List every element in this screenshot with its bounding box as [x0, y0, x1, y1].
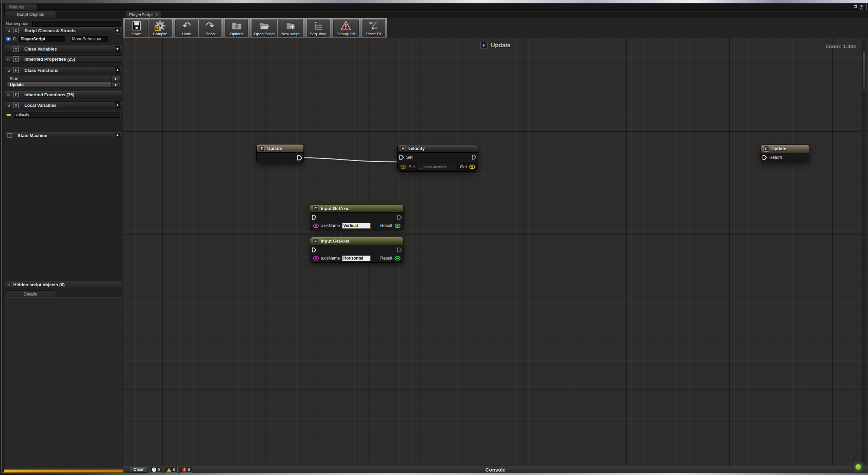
debug-button[interactable]: Debug: Off: [333, 19, 359, 37]
exec-output-pin[interactable]: [397, 215, 402, 220]
vector3-input-pin[interactable]: [400, 165, 407, 169]
options-button[interactable]: Options: [225, 19, 248, 37]
add-function-button[interactable]: +: [115, 68, 120, 73]
tab-script-objects[interactable]: Script Objects: [5, 11, 56, 18]
editor-window: Nottorus × ▾≡ Script Objects Namespace: …: [1, 3, 867, 473]
debug-icon: [340, 20, 351, 32]
add-class-button[interactable]: +: [115, 28, 120, 33]
redo-button[interactable]: ↷ Redo: [199, 19, 221, 37]
node-header[interactable]: V velocity: [398, 145, 478, 153]
node-header[interactable]: F Input.GetAxis: [310, 205, 403, 213]
tab-playerscript[interactable]: PlayerScript ×: [126, 11, 161, 18]
maximize-icon[interactable]: [854, 5, 857, 8]
section-hidden-script-objects[interactable]: ▷ Hidden script objects (0): [5, 281, 122, 288]
expander-icon[interactable]: ⊿: [7, 29, 11, 33]
undo-button[interactable]: ↶ Undo: [175, 19, 198, 37]
node-header[interactable]: F Update: [257, 145, 303, 153]
function-dropdown-icon[interactable]: ∨: [111, 82, 120, 87]
float-output-pin[interactable]: [394, 256, 401, 261]
node-input-getaxis-horizontal[interactable]: F Input.GetAxis axisName Result: [310, 237, 403, 263]
exec-input-pin[interactable]: [762, 155, 767, 160]
canvas-scrollbar[interactable]: [862, 39, 866, 464]
status-button[interactable]: [852, 462, 864, 472]
warnings-counter[interactable]: 0: [164, 467, 177, 473]
get-label: Get: [460, 165, 467, 169]
expander-icon[interactable]: ⊿: [7, 69, 11, 72]
local-variable-name[interactable]: velocity: [14, 112, 120, 118]
node-velocity[interactable]: V velocity Set Set new Vec: [397, 144, 478, 172]
new-script-button[interactable]: New script: [278, 19, 303, 37]
warnings-count: 0: [173, 468, 175, 472]
expander-icon[interactable]: ⊿: [7, 103, 11, 107]
exec-output-pin[interactable]: [397, 247, 402, 252]
node-update-entry[interactable]: F Update: [256, 144, 304, 163]
namespace-label: Namespace:: [6, 21, 29, 26]
vector3-value-field[interactable]: new Vector3: [417, 164, 456, 170]
add-variable-button[interactable]: +: [115, 46, 120, 52]
clear-button[interactable]: Clear: [130, 467, 147, 473]
exec-input-pin[interactable]: [399, 155, 404, 160]
string-input-pin[interactable]: [313, 256, 319, 261]
local-variable-velocity[interactable]: velocity: [6, 111, 120, 118]
seq-diag-label: Seq. diag: [310, 32, 327, 36]
section-state-machine[interactable]: State Machine +: [5, 132, 122, 139]
function-item-start[interactable]: Start ∨: [7, 76, 120, 81]
section-inherited-properties[interactable]: ▷ P Inherited Properties (25): [5, 55, 122, 63]
node-header[interactable]: F Update: [761, 145, 809, 153]
errors-counter[interactable]: ! 0: [180, 467, 192, 473]
section-script-classes[interactable]: ⊿ C Script Classes & Structs +: [5, 27, 122, 34]
expander-icon[interactable]: ▷: [7, 283, 11, 287]
variables-badge-icon: V: [13, 46, 19, 52]
seq-diag-button[interactable]: Seq. diag: [307, 19, 330, 37]
node-update-return[interactable]: F Update Return: [761, 145, 809, 162]
exec-input-pin[interactable]: [312, 247, 317, 252]
node-graph-canvas[interactable]: F Update Zoom: 1.00x F Update: [123, 38, 868, 466]
node-title: velocity: [408, 146, 425, 151]
node-input-getaxis-vertical[interactable]: F Input.GetAxis axisName Result: [310, 204, 403, 230]
node-header[interactable]: F Input.GetAxis: [310, 237, 403, 245]
canvas-scrollbar-thumb[interactable]: [863, 52, 865, 90]
vector3-expand-box[interactable]: [419, 165, 422, 169]
exec-output-pin[interactable]: [297, 155, 302, 160]
axis-name-input[interactable]: [342, 223, 371, 229]
set-exec-label: Set: [406, 155, 413, 160]
class-name-input[interactable]: [19, 36, 66, 42]
compile-button[interactable]: ? Compile: [149, 19, 171, 37]
exec-output-pin[interactable]: [472, 155, 477, 160]
desktop-edge-top: [0, 0, 868, 3]
open-script-button[interactable]: Open Script: [252, 19, 277, 37]
add-state-button[interactable]: +: [115, 133, 120, 138]
function-item-update[interactable]: Update ∨: [7, 82, 120, 88]
section-label: Hidden script objects (0): [13, 282, 120, 287]
section-class-variables[interactable]: V Class Variables +: [5, 45, 122, 53]
axis-name-input[interactable]: [342, 255, 371, 261]
state-machine-checkbox[interactable]: [7, 133, 12, 138]
tab-details[interactable]: Details: [5, 290, 55, 297]
expander-icon[interactable]: ▷: [7, 57, 11, 61]
document-tab-strip: PlayerScript ×: [123, 10, 868, 18]
return-label: Return: [769, 155, 782, 160]
string-input-pin[interactable]: [313, 224, 319, 228]
add-local-variable-button[interactable]: +: [115, 102, 120, 108]
place-fit-button[interactable]: Place Fit: [362, 19, 385, 37]
section-inherited-functions[interactable]: ▷ F Inherited Functions (76): [5, 91, 122, 98]
script-objects-panel: Script Objects Namespace: ⊿ C Script Cla…: [4, 10, 123, 473]
compile-label: Compile: [153, 32, 167, 36]
vector3-output-pin[interactable]: [469, 165, 475, 169]
node-title: Update: [267, 146, 282, 151]
save-button[interactable]: Save: [125, 19, 148, 37]
section-local-variables[interactable]: ⊿ V Local Variables +: [5, 101, 122, 109]
status-green-icon: [855, 464, 861, 470]
tab-close-icon[interactable]: ×: [156, 12, 158, 17]
expander-icon[interactable]: ▷: [7, 93, 11, 97]
section-class-functions[interactable]: ⊿ F Class Functions +: [5, 66, 122, 74]
class-row-playerscript[interactable]: # C: :: [6, 35, 121, 42]
variables-badge-icon: V: [13, 102, 19, 108]
exec-input-pin[interactable]: [312, 215, 317, 220]
function-dropdown-icon[interactable]: ∨: [111, 76, 120, 81]
float-output-pin[interactable]: [394, 224, 401, 228]
function-badge-icon: F: [259, 146, 265, 151]
namespace-input[interactable]: [32, 21, 121, 27]
messages-counter[interactable]: ! 0: [150, 467, 162, 473]
base-class-input[interactable]: [70, 36, 108, 42]
